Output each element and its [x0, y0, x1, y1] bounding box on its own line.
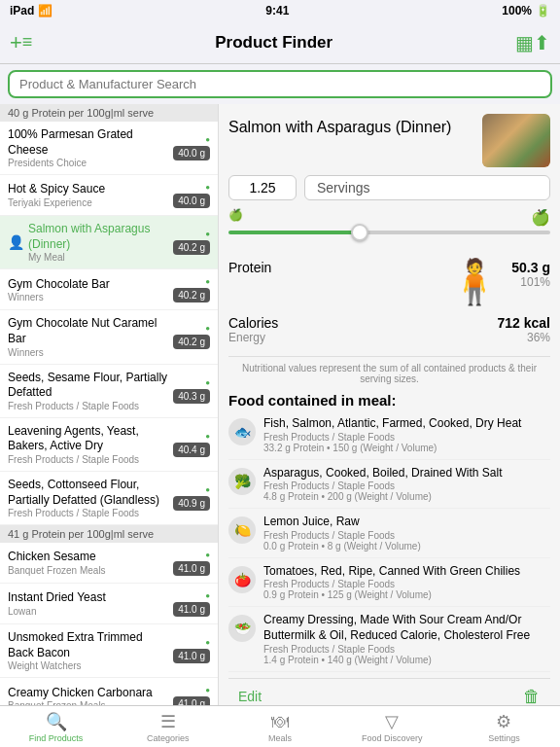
- slider-track-wrapper[interactable]: [228, 231, 550, 248]
- food-brand: Teriyaki Experience: [8, 197, 169, 208]
- slider-min-icon: 🍏: [228, 208, 243, 227]
- list-item[interactable]: Creamy Chicken Carbonara Banquet Frozen …: [0, 678, 218, 705]
- user-icon: 👤: [8, 234, 24, 250]
- tab-food-discovery[interactable]: ▽ Food Discovery: [336, 706, 448, 747]
- dot-icon: ●: [205, 378, 210, 387]
- dot-icon: ●: [205, 551, 210, 559]
- protein-badge: 40.9 g: [173, 496, 210, 511]
- food-name: Chicken Sesame: [8, 550, 169, 565]
- slider-track[interactable]: [228, 231, 550, 234]
- status-left: iPad 📶: [10, 4, 52, 18]
- calories-row: Calories Energy 712 kcal 36%: [228, 315, 550, 344]
- list-item[interactable]: Gym Chocolate Bar Winners ● 40.2 g: [0, 269, 218, 310]
- dot-icon: ●: [205, 485, 210, 494]
- ingredient-item[interactable]: 🍅 Tomatoes, Red, Ripe, Canned With Green…: [228, 564, 550, 608]
- tab-categories[interactable]: ☰ Categories: [112, 706, 224, 747]
- edit-button[interactable]: Edit: [238, 689, 262, 704]
- protein-badge: 41.0 g: [173, 602, 210, 617]
- food-brand: Winners: [8, 292, 169, 302]
- list-item[interactable]: 👤 Salmon with Asparagus (Dinner) My Meal…: [0, 216, 218, 269]
- food-name: Seeds, Cottonseed Flour, Partially Defat…: [8, 478, 169, 508]
- ingredient-icon-tomato: 🍅: [228, 566, 256, 593]
- servings-input[interactable]: [228, 175, 297, 200]
- status-right: 100% 🔋: [502, 4, 550, 18]
- list-item[interactable]: Chicken Sesame Banquet Frozen Meals ● 41…: [0, 543, 218, 584]
- protein-badge: 40.4 g: [173, 443, 210, 457]
- ingredient-item[interactable]: 🥦 Asparagus, Cooked, Boiled, Drained Wit…: [228, 466, 550, 510]
- list-item[interactable]: Seeds, Cottonseed Flour, Partially Defat…: [0, 472, 218, 525]
- tab-settings[interactable]: ⚙ Settings: [448, 706, 560, 747]
- list-item[interactable]: Gym Chocolate Nut Caramel Bar Winners ● …: [0, 310, 218, 364]
- servings-label: Servings: [304, 175, 550, 200]
- barcode-icon[interactable]: ▦: [515, 31, 534, 54]
- status-bar: iPad 📶 9:41 100% 🔋: [0, 0, 560, 21]
- food-name: Seeds, Sesame Flour, Partially Defatted: [8, 371, 169, 401]
- food-brand: Fresh Products / Staple Foods: [8, 454, 169, 465]
- dot-icon: ●: [205, 183, 210, 192]
- ingredient-name: Creamy Dressing, Made With Sour Cream An…: [263, 613, 550, 643]
- meals-icon: 🍽: [271, 712, 289, 732]
- calories-label: Calories: [228, 315, 498, 331]
- ingredient-name: Tomatoes, Red, Ripe, Canned With Green C…: [263, 564, 550, 580]
- dot-icon: ●: [205, 135, 210, 144]
- list-item[interactable]: Seeds, Sesame Flour, Partially Defatted …: [0, 365, 218, 418]
- ingredient-brand: Fresh Products / Staple Foods: [263, 480, 550, 491]
- protein-amount: 50.3 g: [511, 260, 550, 275]
- ingredient-item[interactable]: 🐟 Fish, Salmon, Atlantic, Farmed, Cooked…: [228, 416, 550, 460]
- tab-bar: 🔍 Find Products ☰ Categories 🍽 Meals ▽ F…: [0, 705, 560, 747]
- dot-icon: ●: [205, 638, 210, 647]
- calories-percent: 36%: [498, 331, 551, 344]
- slider-thumb[interactable]: [351, 224, 368, 241]
- search-input[interactable]: [8, 70, 552, 98]
- list-item[interactable]: Leavening Agents, Yeast, Bakers, Active …: [0, 418, 218, 472]
- tab-find-products[interactable]: 🔍 Find Products: [0, 706, 112, 747]
- tab-find-products-label: Find Products: [29, 733, 84, 743]
- protein-percent: 101%: [511, 275, 550, 289]
- time-display: 9:41: [265, 4, 289, 18]
- find-products-icon: 🔍: [46, 711, 67, 732]
- ingredient-brand: Fresh Products / Staple Foods: [263, 432, 550, 443]
- food-name: Instant Dried Yeast: [8, 590, 169, 606]
- ingredient-item[interactable]: 🥗 Creamy Dressing, Made With Sour Cream …: [228, 613, 550, 671]
- dot-icon: ●: [205, 277, 210, 286]
- protein-badge: 41.0 g: [173, 696, 210, 705]
- device-label: iPad: [10, 4, 34, 18]
- food-brand: Banquet Frozen Meals: [8, 700, 169, 705]
- food-name: Hot & Spicy Sauce: [8, 182, 169, 197]
- section-header-40g: 40 g Protein per 100g|ml serve: [0, 104, 218, 122]
- battery-label: 100%: [502, 4, 532, 18]
- delete-button[interactable]: 🗑: [523, 687, 541, 705]
- header: + ≡ Product Finder ▦ ⬆: [0, 21, 560, 64]
- right-panel: Salmon with Asparagus (Dinner) Servings …: [219, 104, 560, 705]
- dot-icon: ●: [205, 432, 210, 441]
- food-name: Gym Chocolate Nut Caramel Bar: [8, 316, 169, 346]
- food-brand: Weight Watchers: [8, 660, 169, 671]
- share-icon[interactable]: ⬆: [534, 31, 550, 54]
- tab-meals[interactable]: 🍽 Meals: [224, 706, 335, 747]
- slider-max-icon: 🍏: [531, 208, 550, 227]
- protein-label: Protein: [228, 260, 438, 275]
- energy-label: Energy: [228, 331, 498, 344]
- ingredient-icon-fish: 🐟: [228, 418, 256, 445]
- ingredient-item[interactable]: 🍋 Lemon Juice, Raw Fresh Products / Stap…: [228, 515, 550, 558]
- ingredient-meta: 0.0 g Protein • 8 g (Weight / Volume): [263, 541, 550, 551]
- protein-row: Protein 🧍 50.3 g 101%: [228, 260, 550, 303]
- list-item[interactable]: Hot & Spicy Sauce Teriyaki Experience ● …: [0, 175, 218, 216]
- dot-icon: ●: [205, 230, 210, 238]
- add-icon[interactable]: +: [10, 30, 22, 55]
- protein-badge: 40.3 g: [173, 389, 210, 404]
- search-container: [0, 64, 560, 104]
- list-item[interactable]: 100% Parmesan Grated Cheese Presidents C…: [0, 122, 218, 175]
- ingredient-name: Lemon Juice, Raw: [263, 515, 550, 530]
- list-icon[interactable]: ≡: [22, 32, 33, 53]
- dot-icon: ●: [205, 686, 210, 694]
- nutrition-note: Nutritional values represent the sum of …: [228, 356, 550, 384]
- ingredient-meta: 33.2 g Protein • 150 g (Weight / Volume): [263, 443, 550, 453]
- tab-food-discovery-label: Food Discovery: [362, 733, 423, 743]
- ingredient-meta: 0.9 g Protein • 125 g (Weight / Volume): [263, 589, 550, 600]
- food-name: Leavening Agents, Yeast, Bakers, Active …: [8, 424, 169, 454]
- categories-icon: ☰: [160, 711, 176, 732]
- list-item[interactable]: Instant Dried Yeast Lowan ● 41.0 g: [0, 584, 218, 624]
- ingredient-meta: 4.8 g Protein • 200 g (Weight / Volume): [263, 491, 550, 502]
- list-item[interactable]: Unsmoked Extra Trimmed Back Bacon Weight…: [0, 624, 218, 678]
